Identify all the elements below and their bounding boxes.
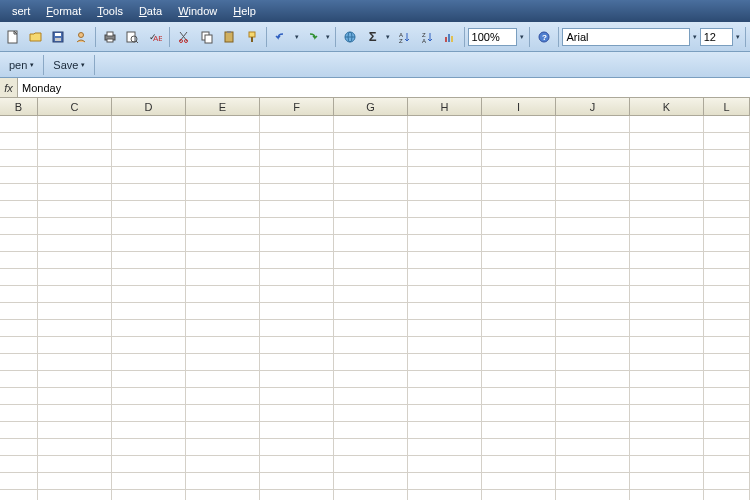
cell[interactable] [408,456,482,473]
cell[interactable] [0,473,38,490]
cell[interactable] [630,439,704,456]
cell[interactable] [408,354,482,371]
cell[interactable] [630,371,704,388]
sort-asc-button[interactable]: AZ [393,26,415,48]
cell[interactable] [334,269,408,286]
cell[interactable] [0,320,38,337]
cell[interactable] [704,405,750,422]
cell[interactable] [260,388,334,405]
cell[interactable] [556,354,630,371]
cell[interactable] [704,371,750,388]
column-header-I[interactable]: I [482,98,556,115]
cell[interactable] [0,354,38,371]
cell[interactable] [556,184,630,201]
cell[interactable] [408,422,482,439]
cell[interactable] [186,456,260,473]
cell[interactable] [556,337,630,354]
cell[interactable] [334,337,408,354]
cell[interactable] [408,235,482,252]
cell[interactable] [408,286,482,303]
cell[interactable] [482,405,556,422]
column-header-F[interactable]: F [260,98,334,115]
column-header-L[interactable]: L [704,98,750,115]
zoom-combo[interactable]: 100% [468,28,517,46]
cell[interactable] [186,201,260,218]
cell[interactable] [38,303,112,320]
cell[interactable] [186,320,260,337]
cell[interactable] [38,201,112,218]
cell[interactable] [630,184,704,201]
cell[interactable] [408,388,482,405]
cell[interactable] [630,269,704,286]
cell[interactable] [704,150,750,167]
cell[interactable] [112,490,186,500]
cell[interactable] [112,320,186,337]
font-name-dropdown[interactable]: ▾ [691,26,699,48]
cell[interactable] [112,150,186,167]
cell[interactable] [408,439,482,456]
cell[interactable] [630,116,704,133]
cell[interactable] [408,252,482,269]
cell[interactable] [556,201,630,218]
cell[interactable] [334,371,408,388]
redo-dropdown[interactable]: ▾ [324,26,332,48]
cell[interactable] [482,422,556,439]
cell[interactable] [186,388,260,405]
cell[interactable] [704,422,750,439]
cell[interactable] [38,235,112,252]
cell[interactable] [704,167,750,184]
cell[interactable] [630,473,704,490]
cell[interactable] [556,388,630,405]
cell[interactable] [260,337,334,354]
cell[interactable] [704,235,750,252]
hyperlink-button[interactable] [339,26,361,48]
cell[interactable] [630,303,704,320]
cell[interactable] [556,473,630,490]
spelling-button[interactable]: ✓AB [144,26,166,48]
cell[interactable] [260,371,334,388]
cell[interactable] [482,456,556,473]
column-header-K[interactable]: K [630,98,704,115]
cell[interactable] [38,371,112,388]
cell[interactable] [38,388,112,405]
cell[interactable] [556,303,630,320]
cell[interactable] [556,116,630,133]
cell[interactable] [186,235,260,252]
cell[interactable] [482,269,556,286]
cell[interactable] [38,286,112,303]
column-header-D[interactable]: D [112,98,186,115]
cell[interactable] [630,405,704,422]
cell[interactable] [0,235,38,252]
cell[interactable] [112,286,186,303]
cell[interactable] [334,354,408,371]
cell[interactable] [0,490,38,500]
cell[interactable] [334,133,408,150]
autosum-dropdown[interactable]: ▾ [385,26,393,48]
cell[interactable] [186,473,260,490]
cell[interactable] [112,473,186,490]
print-button[interactable] [99,26,121,48]
cell[interactable] [186,422,260,439]
cell[interactable] [0,371,38,388]
cell[interactable] [260,456,334,473]
save-button[interactable] [47,26,69,48]
cell[interactable] [408,167,482,184]
cell[interactable] [38,150,112,167]
cell[interactable] [0,116,38,133]
cell[interactable] [482,371,556,388]
cell[interactable] [260,235,334,252]
cell[interactable] [482,150,556,167]
cell[interactable] [704,354,750,371]
paste-button[interactable] [218,26,240,48]
cell[interactable] [556,167,630,184]
cell[interactable] [556,422,630,439]
cell[interactable] [704,337,750,354]
cell[interactable] [556,133,630,150]
new-button[interactable] [2,26,24,48]
cell[interactable] [112,354,186,371]
cell[interactable] [38,116,112,133]
formula-input[interactable]: Monday [18,78,750,97]
fx-button[interactable]: fx [0,78,18,97]
cell[interactable] [556,456,630,473]
cell[interactable] [482,184,556,201]
